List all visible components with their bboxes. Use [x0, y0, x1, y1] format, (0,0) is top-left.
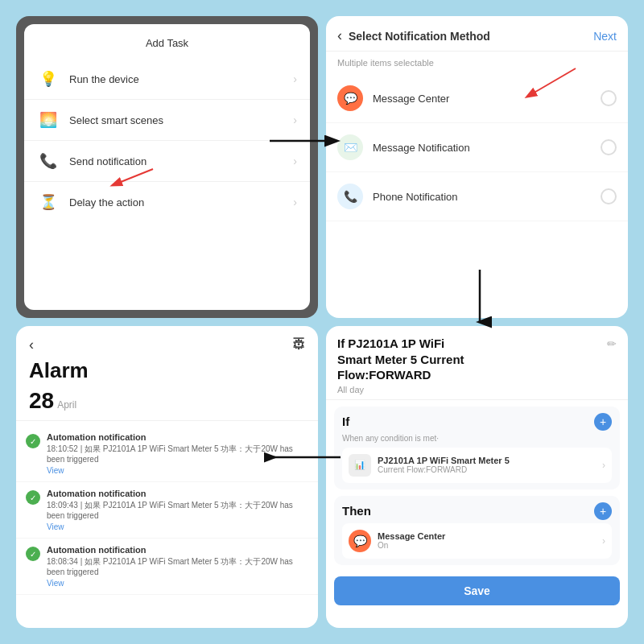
then-action-sub: On — [378, 541, 602, 550]
alarm-entry-view-3[interactable]: View — [47, 579, 308, 588]
add-task-panel: Add Task 💡 Run the device › 🌅 Select sma… — [16, 16, 318, 318]
chevron-right-icon: › — [293, 155, 297, 167]
alarm-entry-view-1[interactable]: View — [47, 466, 308, 475]
notif-title: Select Notification Method — [349, 30, 593, 43]
chevron-right-icon: › — [293, 114, 297, 126]
notif-radio-message-center[interactable] — [601, 90, 617, 106]
alarm-entries-list: Automation notification 18:10:52 | 如果 PJ… — [16, 421, 318, 600]
then-add-button[interactable]: + — [594, 502, 612, 520]
if-section-header: If + — [342, 413, 612, 431]
message-notification-icon: ✉️ — [337, 134, 363, 160]
send-notification-icon: 📞 — [37, 150, 60, 172]
task-item-run-device[interactable]: 💡 Run the device › — [24, 59, 310, 100]
alarm-entry-2: Automation notification 18:09:43 | 如果 PJ… — [16, 482, 318, 539]
then-section-header: Then + — [342, 502, 612, 520]
then-label: Then — [342, 504, 371, 518]
condition-device-desc: Current Flow:FORWARD — [378, 465, 602, 474]
notif-subtitle: Multiple items selectable — [326, 52, 628, 74]
back-button[interactable]: ‹ — [337, 27, 342, 44]
task-label-delay-action: Delay the action — [69, 196, 293, 208]
save-button[interactable]: Save — [334, 576, 620, 605]
task-item-smart-scenes[interactable]: 🌅 Select smart scenes › — [24, 100, 310, 141]
alarm-entry-title-1: Automation notification — [47, 432, 308, 442]
ifthen-trigger: If PJ2101A 1P WiFi Smart Meter 5 Current… — [326, 326, 628, 400]
notif-radio-phone-notification[interactable] — [601, 188, 617, 204]
alarm-entry-content-1: Automation notification 18:10:52 | 如果 PJ… — [47, 432, 308, 475]
alarm-entry-content-3: Automation notification 18:08:34 | 如果 PJ… — [47, 545, 308, 588]
if-condition-item[interactable]: 📊 PJ2101A 1P WiFi Smart Meter 5 Current … — [342, 448, 612, 483]
task-item-delay-action[interactable]: ⏳ Delay the action › — [24, 182, 310, 222]
alarm-entry-view-2[interactable]: View — [47, 522, 308, 531]
alarm-date-row: 28 April — [16, 386, 318, 421]
alarm-entry-3: Automation notification 18:08:34 | 如果 PJ… — [16, 539, 318, 595]
smart-scenes-icon: 🌅 — [37, 109, 60, 131]
alarm-entry-desc-2: 18:09:43 | 如果 PJ2101A 1P WiFi Smart Mete… — [47, 500, 308, 521]
ifthen-trigger-sub: All day — [337, 385, 617, 394]
then-message-center-icon: 💬 — [349, 530, 371, 552]
alarm-title: Alarm — [16, 358, 318, 386]
list-view-icon[interactable]: ☰ — [292, 334, 305, 352]
run-device-icon: 💡 — [37, 68, 60, 90]
alarm-check-icon-2 — [26, 490, 40, 505]
alarm-check-icon-1 — [26, 434, 40, 448]
then-action-name: Message Center — [378, 531, 602, 541]
alarm-entry-content-2: Automation notification 18:09:43 | 如果 PJ… — [47, 489, 308, 531]
notif-item-phone-notification[interactable]: 📞 Phone Notification — [326, 172, 628, 221]
notif-item-message-center[interactable]: 💬 Message Center — [326, 74, 628, 123]
notification-method-panel: ‹ Select Notification Method Next Multip… — [326, 16, 628, 318]
alarm-header: ‹ ⚙ — [16, 326, 318, 358]
condition-device-icon: 📊 — [349, 454, 371, 477]
condition-device-name: PJ2101A 1P WiFi Smart Meter 5 — [378, 456, 602, 465]
next-button[interactable]: Next — [593, 30, 617, 43]
then-action-item[interactable]: 💬 Message Center On › — [342, 523, 612, 559]
then-chevron-icon: › — [602, 535, 605, 547]
alarm-month: April — [57, 399, 76, 411]
notif-radio-message-notification[interactable] — [601, 139, 617, 155]
if-label: If — [342, 415, 349, 428]
phone-notification-icon: 📞 — [337, 184, 363, 209]
alarm-entry-title-3: Automation notification — [47, 545, 308, 555]
if-add-button[interactable]: + — [594, 413, 612, 431]
if-section: If + When any condition is met· 📊 PJ2101… — [334, 407, 620, 489]
then-text: Message Center On — [378, 531, 602, 550]
alarm-entry-1: Automation notification 18:10:52 | 如果 PJ… — [16, 426, 318, 482]
condition-chevron-icon: › — [602, 460, 605, 471]
task-label-run-device: Run the device — [69, 73, 293, 85]
condition-text: PJ2101A 1P WiFi Smart Meter 5 Current Fl… — [378, 456, 602, 474]
alarm-entry-desc-3: 18:08:34 | 如果 PJ2101A 1P WiFi Smart Mete… — [47, 556, 308, 577]
chevron-right-icon: › — [293, 196, 297, 208]
notif-header: ‹ Select Notification Method Next — [326, 16, 628, 52]
alarm-entry-desc-1: 18:10:52 | 如果 PJ2101A 1P WiFi Smart Mete… — [47, 444, 308, 464]
edit-icon[interactable]: ✏ — [607, 337, 617, 350]
delay-action-icon: ⏳ — [37, 191, 60, 213]
notif-label-phone-notification: Phone Notification — [373, 191, 601, 203]
alarm-check-icon-3 — [26, 547, 40, 561]
task-item-send-notification[interactable]: 📞 Send notification › — [24, 141, 310, 182]
alarm-entry-title-2: Automation notification — [47, 489, 308, 498]
chevron-right-icon: › — [293, 72, 297, 85]
ifthen-trigger-title: If PJ2101A 1P WiFi Smart Meter 5 Current… — [337, 336, 617, 383]
notif-label-message-notification: Message Notification — [373, 142, 601, 154]
task-label-smart-scenes: Select smart scenes — [69, 114, 293, 126]
message-center-icon: 💬 — [337, 85, 363, 111]
alarm-day: 28 — [29, 388, 54, 414]
task-label-send-notification: Send notification — [69, 155, 293, 167]
if-condition-sub: When any condition is met· — [342, 434, 612, 443]
notif-label-message-center: Message Center — [373, 93, 601, 105]
notif-item-message-notification[interactable]: ✉️ Message Notification — [326, 123, 628, 172]
then-section: Then + 💬 Message Center On › — [334, 496, 620, 565]
alarm-back-button[interactable]: ‹ — [29, 336, 34, 353]
ifthen-panel: If PJ2101A 1P WiFi Smart Meter 5 Current… — [326, 326, 628, 628]
add-task-title: Add Task — [24, 32, 310, 59]
alarm-panel: ‹ ⚙ Alarm ☰ 28 April Automation notifica… — [16, 326, 318, 628]
